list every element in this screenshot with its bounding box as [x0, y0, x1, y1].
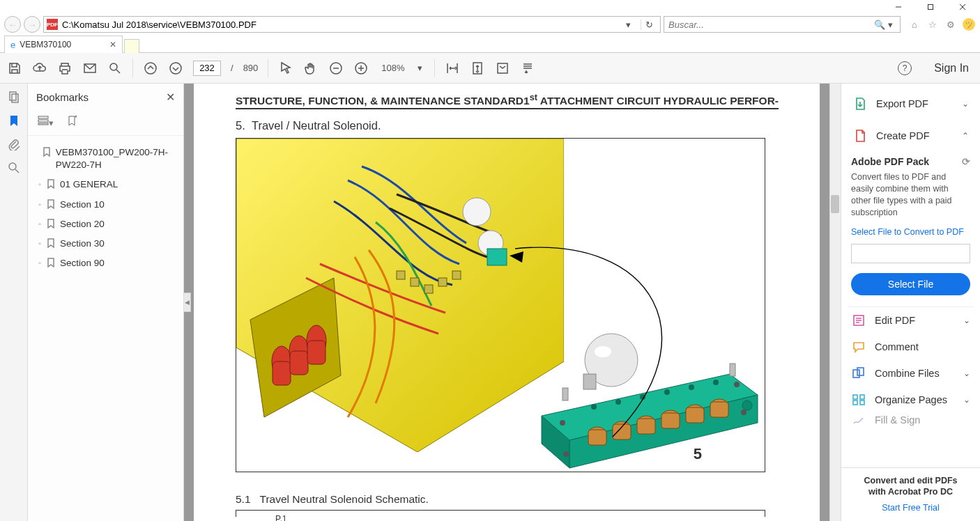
figure-callout-5: 5	[694, 445, 702, 463]
chevron-down-icon: ⌄	[963, 368, 970, 378]
bookmarks-options-icon[interactable]: ▾	[38, 115, 54, 128]
settings-gear-icon[interactable]: ⚙	[944, 17, 958, 31]
doc-header: STRUCTURE, FUNCTION, & MAINTENANCE STAND…	[236, 92, 779, 109]
svg-rect-56	[710, 402, 728, 417]
bookmark-item[interactable]: ▫Section 20	[35, 215, 179, 234]
minimize-button[interactable]	[882, 0, 914, 14]
svg-rect-37	[583, 374, 596, 389]
bookmark-icon	[46, 219, 56, 231]
left-panel-handle[interactable]: ◀	[184, 293, 191, 312]
search-bar[interactable]: 🔍 ▾	[664, 16, 901, 33]
bookmark-item[interactable]: ▫01 GENERAL	[35, 175, 179, 194]
select-file-link[interactable]: Select File to Convert to PDF	[851, 227, 970, 237]
search-dropdown-icon[interactable]: ▾	[885, 20, 896, 30]
bookmark-item[interactable]: ▫Section 30	[35, 234, 179, 254]
home-icon[interactable]: ⌂	[908, 17, 921, 31]
page-down-icon[interactable]	[168, 61, 183, 76]
fill-sign-tool[interactable]: Fill & Sign	[841, 413, 980, 427]
search-icon[interactable]: 🔍	[874, 20, 885, 30]
svg-point-59	[640, 394, 645, 400]
fullscreen-icon[interactable]	[495, 61, 510, 76]
address-input[interactable]	[62, 20, 619, 30]
search-input[interactable]	[668, 20, 874, 30]
search-rail-icon[interactable]	[6, 160, 22, 176]
refresh-button[interactable]: ↻	[641, 20, 657, 30]
browser-right-icons: ⌂ ☆ ⚙ ツ	[903, 17, 976, 31]
zoom-dropdown-icon[interactable]: ▾	[418, 63, 424, 73]
help-icon[interactable]: ?	[898, 61, 912, 75]
svg-rect-68	[857, 368, 864, 375]
organize-pages-icon	[851, 392, 866, 407]
new-tab-button[interactable]	[124, 39, 139, 53]
zoom-in-icon[interactable]	[353, 61, 369, 76]
forward-button[interactable]: →	[24, 16, 40, 33]
read-mode-icon[interactable]	[520, 61, 535, 76]
tab-close-icon[interactable]: ✕	[109, 40, 116, 49]
cloud-upload-icon[interactable]	[32, 61, 47, 76]
svg-point-44	[741, 410, 747, 415]
bookmarks-new-icon[interactable]	[66, 115, 77, 128]
svg-rect-64	[562, 388, 568, 401]
page-current-input[interactable]	[193, 61, 221, 76]
hand-tool-icon[interactable]	[303, 61, 319, 76]
start-free-trial-link[interactable]: Start Free Trial	[847, 503, 974, 513]
print-icon[interactable]	[57, 61, 72, 76]
svg-rect-50	[637, 419, 655, 434]
svg-point-14	[9, 163, 16, 170]
edit-pdf-tool[interactable]: Edit PDF ⌄	[841, 307, 980, 334]
fit-page-icon[interactable]	[470, 61, 485, 76]
comment-tool[interactable]: Comment	[841, 334, 980, 360]
svg-rect-65	[730, 364, 735, 376]
selection-cursor-icon[interactable]	[278, 61, 293, 76]
pdf-scrollbar[interactable]	[829, 84, 841, 521]
chevron-down-icon: ⌄	[963, 395, 970, 405]
favorites-icon[interactable]: ☆	[926, 17, 940, 31]
signin-button[interactable]: Sign In	[930, 62, 973, 75]
bookmark-icon	[42, 147, 52, 159]
svg-point-60	[664, 389, 670, 395]
page-total: 890	[243, 63, 259, 73]
export-pdf-tool[interactable]: Export PDF ⌄	[841, 88, 980, 120]
bookmarks-close-icon[interactable]: ✕	[166, 91, 175, 104]
organize-pages-tool[interactable]: Organize Pages ⌄	[841, 387, 980, 413]
bookmark-item[interactable]: ▫Section 90	[35, 254, 179, 273]
tree-expand-icon[interactable]: ▫	[36, 259, 43, 267]
create-pdf-tool[interactable]: Create PDF ⌃	[841, 120, 980, 152]
back-button[interactable]: ←	[4, 16, 21, 33]
zoom-out-icon[interactable]	[328, 61, 344, 76]
bookmark-root[interactable]: VEBM370100_PW200-7H-PW220-7H	[32, 143, 179, 175]
svg-rect-15	[38, 116, 48, 118]
address-bar[interactable]: PDF ▾ ↻	[43, 16, 661, 33]
feedback-smiley-icon[interactable]: ツ	[962, 17, 976, 31]
email-icon[interactable]	[82, 61, 98, 76]
fit-width-icon[interactable]	[445, 61, 460, 76]
pdf-viewport[interactable]: ◀ STRUCTURE, FUNCTION, & MAINTENANCE STA…	[184, 84, 841, 521]
page-up-icon[interactable]	[143, 61, 158, 76]
tree-expand-icon[interactable]: ▫	[36, 201, 43, 208]
browser-tab[interactable]: e VEBM370100 ✕	[4, 36, 123, 53]
thumbnails-rail-icon[interactable]	[6, 89, 22, 104]
find-icon[interactable]	[107, 61, 123, 76]
address-dropdown-icon[interactable]: ▾	[623, 20, 634, 30]
bookmarks-rail-icon[interactable]	[6, 113, 22, 128]
svg-rect-54	[686, 407, 704, 423]
bookmark-item[interactable]: ▫Section 10	[35, 195, 179, 215]
footer-text: Convert and edit PDFswith Acrobat Pro DC	[847, 475, 974, 498]
select-file-button[interactable]: Select File	[851, 273, 970, 295]
svg-point-43	[563, 451, 569, 457]
tree-expand-icon[interactable]: ▫	[36, 240, 43, 247]
file-drop-field[interactable]	[851, 244, 970, 263]
maximize-button[interactable]	[914, 0, 947, 14]
attachments-rail-icon[interactable]	[6, 137, 22, 152]
svg-rect-52	[661, 413, 680, 428]
tree-expand-icon[interactable]: ▫	[36, 180, 43, 188]
combine-files-tool[interactable]: Combine Files ⌄	[841, 360, 980, 387]
tree-expand-icon[interactable]: ▫	[36, 220, 43, 228]
svg-rect-30	[411, 278, 419, 286]
svg-point-63	[742, 401, 752, 410]
window-close-button[interactable]	[947, 0, 979, 14]
svg-point-61	[689, 384, 694, 390]
save-icon[interactable]	[7, 61, 22, 76]
scrollbar-thumb[interactable]	[831, 195, 839, 213]
svg-point-62	[713, 380, 719, 385]
